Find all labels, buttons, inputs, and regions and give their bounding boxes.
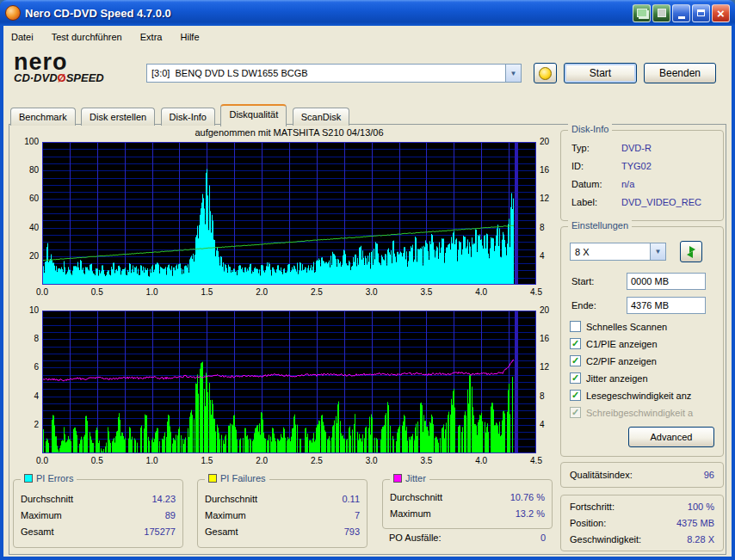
checkbox-schnelles-scannen[interactable]: ✓ Schnelles Scannen	[570, 320, 718, 333]
quit-button[interactable]: Beenden	[644, 63, 716, 83]
axis-tick: 4	[11, 391, 39, 402]
checkbox-label: C1/PIE anzeigen	[586, 339, 658, 349]
nero-logo: nero CD·DVDØSPEED	[14, 50, 143, 84]
stat-label: Gesamt	[205, 526, 238, 537]
stat-value: 14.23	[151, 494, 176, 504]
axis-tick: 100	[11, 137, 39, 147]
end-position-label: Ende:	[571, 300, 596, 311]
pi-failures-plot: 108642201612840.00.51.01.52.02.53.03.54.…	[9, 311, 567, 471]
tab-diskqualitaet[interactable]: Diskqualität	[220, 104, 287, 126]
menu-bar: Datei Test durchführen Extra Hilfe	[3, 26, 732, 48]
axis-tick: 80	[11, 165, 39, 175]
checkbox-box[interactable]: ✓	[570, 355, 581, 366]
po-failures-row: PO Ausfälle: 0	[389, 532, 546, 543]
quit-button-label: Beenden	[659, 67, 701, 79]
pi-failures-stats-panel: PI Failures Durchschnitt0.11 Maximum7 Ge…	[197, 479, 368, 548]
tab-benchmark[interactable]: Benchmark	[10, 108, 76, 126]
minimize-icon	[678, 16, 685, 19]
checkbox-c2-pif[interactable]: ✓ C2/PIF anzeigen	[570, 354, 718, 367]
logo-speed: SPEED	[66, 71, 104, 84]
axis-tick: 8	[11, 334, 39, 344]
close-button[interactable]: ×	[712, 4, 730, 22]
checkbox-box[interactable]: ✓	[570, 372, 581, 384]
save-image-button[interactable]	[652, 4, 670, 22]
advanced-button[interactable]: Advanced	[628, 427, 714, 447]
progress-label: Fortschritt:	[570, 502, 615, 512]
pi-failures-legend-label: PI Failures	[220, 473, 266, 483]
speed-label: Geschwindigkeit:	[570, 534, 641, 545]
maximize-button[interactable]	[692, 4, 710, 22]
axis-tick: 1.0	[139, 456, 165, 466]
close-icon: ×	[717, 7, 725, 20]
checkbox-label: Schreibgeschwindigkeit a	[586, 408, 693, 418]
quality-index-value: 96	[704, 470, 714, 480]
disk-info-title: Disk-Info	[568, 124, 612, 134]
stat-value: 0.11	[342, 494, 360, 504]
axis-tick: 20	[11, 251, 39, 262]
app-window: Nero CD-DVD Speed 4.7.0.0 × Datei Test d…	[0, 0, 735, 560]
disc-icon	[539, 67, 552, 80]
overlapping-windows-icon	[637, 9, 647, 17]
stat-label: Maximum	[390, 508, 431, 519]
jitter-legend-label: Jitter	[405, 473, 426, 483]
check-icon: ✓	[571, 339, 579, 348]
drive-select[interactable]: [3:0] BENQ DVD LS DW1655 BCGB ▼	[146, 64, 522, 83]
logo-disc-symbol: Ø	[58, 71, 66, 84]
start-button-label: Start	[590, 67, 611, 79]
disk-info-label: Datum:	[571, 179, 621, 189]
pi-failures-canvas	[42, 311, 536, 453]
chevron-down-icon[interactable]: ▼	[505, 65, 521, 82]
stat-value: 175277	[144, 526, 176, 537]
chevron-down-icon[interactable]: ▼	[650, 243, 665, 260]
pi-errors-legend: PI Errors	[21, 473, 77, 483]
checkbox-jitter[interactable]: ✓ Jitter anzeigen	[570, 372, 718, 385]
tab-disk-info[interactable]: Disk-Info	[161, 108, 215, 126]
tab-scandisk[interactable]: ScanDisk	[293, 108, 349, 126]
pi-errors-stats-panel: PI Errors Durchschnitt14.23 Maximum89 Ge…	[13, 479, 183, 548]
checkbox-schreibgeschwindigkeit[interactable]: ✓ Schreibgeschwindigkeit a	[570, 406, 718, 419]
cddvd-speed-logo-text: CD·DVDØSPEED	[14, 71, 143, 84]
settings-title: Einstellungen	[568, 220, 632, 231]
app-icon	[5, 5, 21, 21]
checkbox-box[interactable]: ✓	[570, 321, 581, 332]
refresh-speed-button[interactable]	[680, 241, 702, 262]
speed-select[interactable]: 8 X ▼	[570, 243, 666, 261]
axis-tick: 40	[11, 223, 39, 233]
titlebar[interactable]: Nero CD-DVD Speed 4.7.0.0 ×	[0, 0, 735, 26]
pi-errors-canvas	[42, 142, 536, 285]
menu-datei[interactable]: Datei	[3, 26, 41, 48]
checkbox-box[interactable]: ✓	[570, 390, 581, 401]
tab-disk-erstellen[interactable]: Disk erstellen	[81, 108, 155, 126]
capture-window-button[interactable]	[633, 4, 651, 22]
tab-strip: Benchmark Disk erstellen Disk-Info Diskq…	[10, 104, 351, 125]
checkbox-lesegeschwindigkeit[interactable]: ✓ Lesegeschwindigkeit anz	[570, 389, 718, 402]
menu-hilfe[interactable]: Hilfe	[173, 26, 207, 48]
floppy-icon	[658, 9, 666, 17]
pi-failures-legend: PI Failures	[205, 473, 269, 483]
jitter-legend: Jitter	[390, 473, 429, 483]
check-icon: ✓	[571, 373, 579, 383]
axis-tick: 2	[11, 420, 39, 430]
menu-extra[interactable]: Extra	[133, 26, 170, 48]
header: nero CD·DVDØSPEED [3:0] BENQ DVD LS DW16…	[3, 48, 732, 103]
axis-tick: 10	[11, 305, 39, 316]
axis-tick: 1.5	[194, 456, 219, 466]
end-position-field[interactable]	[627, 297, 706, 314]
stat-value: 7	[355, 510, 360, 520]
checkbox-box[interactable]: ✓	[570, 407, 581, 418]
quality-index-panel: Qualitätsindex: 96	[560, 462, 724, 488]
start-position-field[interactable]	[627, 273, 706, 290]
po-failures-label: PO Ausfälle:	[389, 532, 442, 543]
minimize-button[interactable]	[672, 4, 690, 22]
progress-value: 100 %	[688, 502, 714, 512]
disk-info-value: n/a	[621, 179, 634, 189]
disk-info-value: DVD_VIDEO_REC	[621, 197, 701, 207]
axis-tick: 3.0	[359, 456, 385, 466]
drive-select-value: [3:0] BENQ DVD LS DW1655 BCGB	[147, 68, 505, 78]
menu-test-durchfuehren[interactable]: Test durchführen	[44, 26, 130, 48]
axis-tick: 6	[11, 362, 39, 372]
checkbox-c1-pie[interactable]: ✓ C1/PIE anzeigen	[570, 337, 718, 350]
disc-info-tool-button[interactable]	[534, 63, 557, 83]
checkbox-box[interactable]: ✓	[570, 338, 581, 349]
start-button[interactable]: Start	[564, 63, 637, 83]
